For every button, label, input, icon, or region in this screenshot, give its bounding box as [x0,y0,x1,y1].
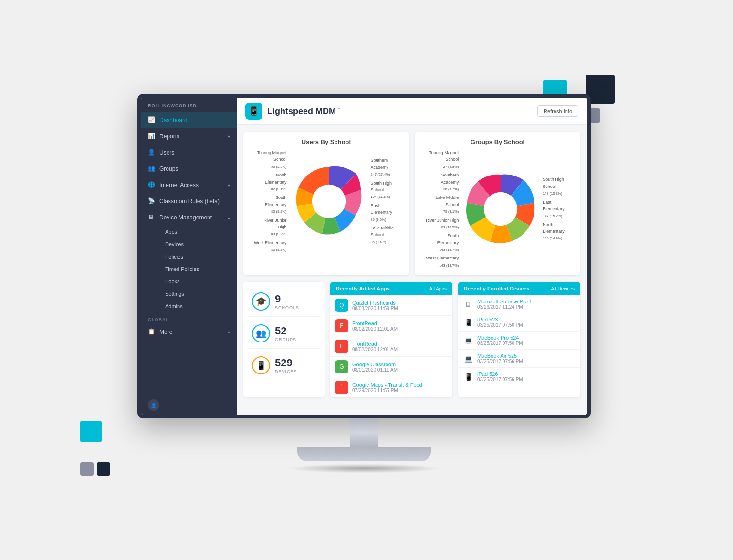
sidebar-sub-item-label: Devices [165,241,184,247]
users-by-school-chart-inner: Touring Magnet School50 (5.5%) North Ele… [250,149,402,253]
sidebar-item-device-management[interactable]: 🖥 Device Management ▴ [141,209,237,226]
device-date-ipad523: 03/25/2017 07:56 PM [477,322,576,328]
sidebar-sub-item-label: Books [165,279,180,284]
groups-by-school-pie [462,171,539,247]
device-date-macbook524: 03/25/2017 07:56 PM [477,341,576,346]
sidebar-item-label: More [159,329,172,335]
devices-number: 529 [275,357,297,369]
sidebar-sub-item-settings[interactable]: Settings [158,288,237,300]
device-management-icon: 🖥 [148,214,156,221]
groups-stat-icon: 👥 [252,324,270,342]
app-name-google-classroom[interactable]: Google Classroom [352,362,448,367]
sidebar-sub-item-books[interactable]: Books [158,275,237,288]
device-icon-ipad523: 📱 [463,317,473,328]
app-date-quizlet: 08/03/2020 11:59 PM [352,306,448,311]
chevron-up-icon: ▴ [228,215,230,220]
groups-chart-labels-right: South High School148 (15.3%) East Elemen… [539,176,574,242]
sidebar-item-label: Device Management [159,214,212,221]
label-touring-g: Touring Magnet School27 (2.8%) [425,149,459,170]
sidebar-sub-item-timed-policies[interactable]: Timed Policies [158,263,237,275]
app-row-google-classroom: G Google Classroom 08/01/2020 01:11 AM [330,357,452,377]
monitor-stand [137,418,591,473]
svg-point-0 [312,185,345,218]
sidebar-item-more[interactable]: 📋 More ▾ [141,324,237,340]
sidebar-item-reports[interactable]: 📊 Reports ▾ [141,128,237,145]
app-info-google-maps: Google Maps - Transit & Food 07/29/2020 … [352,382,448,393]
app-row-frontread1: F FrontRead 08/02/2020 12:01 AM [330,316,452,336]
app-name-google-maps[interactable]: Google Maps - Transit & Food [352,382,448,388]
sidebar-sub-item-apps[interactable]: Apps [158,226,237,238]
device-row-macbook524: 💻 MacBook Pro 524 03/25/2017 07:56 PM [458,332,580,350]
stat-groups: 👥 52 GROUPS [248,319,320,349]
device-icon-ipad526: 📱 [463,372,473,382]
device-icon-macbook524: 💻 [463,335,473,346]
sidebar-item-label: Reports [159,133,179,140]
sidebar-sub-device-management: Apps Devices Policies Timed Policies Boo… [141,226,237,312]
label-north: North Elementary82 (9.1%) [254,172,287,192]
chevron-down-icon: ▾ [228,330,230,335]
sidebar-sub-item-policies[interactable]: Policies [158,250,237,263]
device-name-surface[interactable]: Microsoft Surface Pro 1 [477,299,576,304]
label-south-elem: South Elementary83 (9.2%) [254,194,287,215]
label-southern: Southern Academy247 (27.4%) [371,157,398,177]
sidebar-item-label: Classroom Rules (beta) [159,198,220,205]
devices-label: DEVICES [275,369,297,374]
device-name-ipad523[interactable]: iPad 523 [477,317,576,322]
sidebar-org-label: ROLLINGWOOD ISD [141,98,237,112]
label-lake: Lake Middle School85 (9.4%) [371,225,398,245]
device-name-ipad526[interactable]: iPad 526 [477,371,576,377]
stat-devices: 📱 529 DEVICES [248,351,320,380]
schools-number: 9 [275,293,299,305]
label-south-elem-g: South Elementary143 (14.7%) [425,232,459,253]
all-devices-link[interactable]: All Devices [551,286,575,291]
app-name-frontread1[interactable]: FrontRead [352,321,448,326]
svg-point-1 [484,192,517,226]
sidebar-sub-item-devices[interactable]: Devices [158,238,237,250]
device-info-macbook525: MacBook Air 525 03/25/2017 07:56 PM [477,353,576,364]
recently-added-apps-card: Recently Added Apps All Apps Q Quizlet F… [330,282,452,397]
label-river: River Junior High83 (9.2%) [254,217,287,238]
refresh-button[interactable]: Refresh Info [537,105,578,117]
sidebar-item-dashboard[interactable]: 📈 Dashboard [141,112,237,128]
app-name-frontread2[interactable]: FrontRead [352,341,448,347]
sidebar-sub-item-admins[interactable]: Admins [158,300,237,312]
groups-by-school-chart-inner: Touring Magnet School27 (2.8%) Southern … [421,149,574,269]
sidebar-item-users[interactable]: 👤 Users [141,145,237,161]
sidebar-sub-item-label: Policies [165,254,183,259]
sidebar-item-label: Users [159,149,174,156]
recently-added-apps-title: Recently Added Apps [336,286,390,291]
groups-by-school-title: Groups By School [421,138,574,145]
sidebar-item-groups[interactable]: 👥 Groups [141,161,237,177]
label-lake-g: Lake Middle School79 (8.1%) [425,194,459,215]
app-row-google-maps: 📍 Google Maps - Transit & Food 07/29/202… [330,377,452,397]
device-row-macbook525: 💻 MacBook Air 525 03/25/2017 07:56 PM [458,350,580,368]
stat-schools: 🎓 9 SCHOOLS [248,287,320,317]
swatch-dark-small-2 [97,462,110,476]
device-info-macbook524: MacBook Pro 524 03/25/2017 07:56 PM [477,335,576,346]
sidebar-item-internet-access[interactable]: 🌐 Internet Access ▾ [141,177,237,193]
app-name-quizlet[interactable]: Quizlet Flashcards [352,300,448,306]
schools-label: SCHOOLS [275,305,299,310]
schools-icon: 🎓 [252,292,270,311]
app-icon-google-maps: 📍 [335,381,348,394]
recently-enrolled-devices-header: Recently Enrolled Devices All Devices [458,282,580,295]
device-date-surface: 03/26/2017 11:24 PM [477,304,576,310]
device-info-surface: Microsoft Surface Pro 1 03/26/2017 11:24… [477,299,576,310]
groups-label: GROUPS [275,337,296,342]
sidebar-user-avatar: 👤 [148,399,159,411]
device-name-macbook524[interactable]: MacBook Pro 524 [477,335,576,341]
swatch-gray-small-2 [80,462,94,476]
device-name-macbook525[interactable]: MacBook Air 525 [477,353,576,359]
app-info-quizlet: Quizlet Flashcards 08/03/2020 11:59 PM [352,300,448,311]
groups-chart-labels-left: Touring Magnet School27 (2.8%) Southern … [421,149,462,269]
sidebar-item-classroom-rules[interactable]: 📡 Classroom Rules (beta) [141,193,237,209]
all-apps-link[interactable]: All Apps [429,286,447,291]
app-icon-google-classroom: G [335,360,348,373]
app-icon-quizlet: Q [335,299,348,312]
recently-added-apps-header: Recently Added Apps All Apps [330,282,452,295]
users-by-school-card: Users By School Touring Magnet School50 … [243,132,409,275]
groups-number: 52 [275,325,296,337]
swatch-cyan-small [80,421,102,442]
device-row-surface: 🖥 Microsoft Surface Pro 1 03/26/2017 11:… [458,295,580,313]
users-chart-labels-right: Southern Academy247 (27.4%) South High S… [367,157,402,245]
